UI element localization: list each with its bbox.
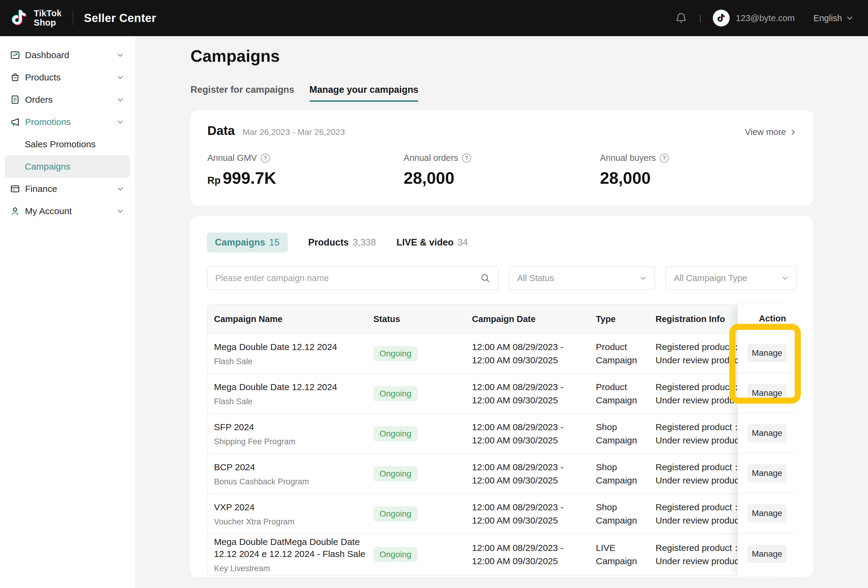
campaign-subtitle: Voucher Xtra Program	[214, 517, 367, 526]
tab-label: LIVE & video	[397, 237, 453, 248]
tab-manage-your-campaigns[interactable]: Manage your campaigns	[310, 84, 419, 102]
chevron-down-icon	[117, 119, 124, 125]
finance-icon	[10, 184, 20, 194]
currency-prefix: Rp	[207, 175, 221, 186]
language-label: English	[813, 13, 842, 23]
campaign-type: Product Campaign	[593, 340, 653, 367]
campaign-subtitle: Flash Sale	[214, 397, 367, 406]
campaign-type: Shop Campaign	[593, 420, 653, 447]
sidebar-item-sales-promotions[interactable]: Sales Promotions	[5, 133, 130, 155]
account-avatar[interactable]	[713, 10, 730, 27]
sidebar-item-label: My Account	[25, 206, 112, 216]
sidebar: Dashboard Products Orders	[0, 36, 135, 588]
my-account-person-icon	[10, 206, 20, 216]
campaign-name: Mega Double DatMega Double Date 12.12 20…	[214, 536, 367, 560]
metric-value: 28,000	[403, 168, 454, 188]
chevron-down-icon	[117, 186, 124, 192]
sidebar-item-finance[interactable]: Finance	[5, 178, 130, 200]
campaign-subtitle: Flash Sale	[214, 357, 367, 366]
manage-button[interactable]: Manage	[747, 545, 787, 563]
column-header-campaign-date: Campaign Date	[462, 314, 593, 324]
table-row: SFP 2024 Shipping Fee Program Ongoing 12…	[207, 413, 796, 453]
entity-tabs: Campaigns 15 Products 3,338 LIVE & video…	[207, 233, 797, 252]
metric-label: Annual orders	[403, 153, 458, 163]
action-column: Action Manage Manage Manage Manage Manag…	[738, 304, 797, 576]
page-title: Campaigns	[190, 46, 868, 66]
tab-live-video[interactable]: LIVE & video 34	[397, 237, 468, 248]
sidebar-item-dashboard[interactable]: Dashboard	[5, 44, 130, 66]
chevron-down-icon	[782, 275, 788, 281]
manage-button[interactable]: Manage	[747, 424, 787, 442]
campaign-type: LIVE Campaign	[593, 541, 653, 568]
sidebar-item-label: Dashboard	[25, 50, 112, 60]
metrics-row: Annual GMV ? Rp 999.7K Annual orders ? 2…	[207, 153, 796, 188]
avatar-note-icon	[717, 13, 726, 23]
campaign-date-end: 12:00 AM 09/30/2025	[472, 514, 593, 527]
campaign-date-end: 12:00 AM 09/30/2025	[472, 394, 593, 407]
status-badge: Ongoing	[373, 386, 418, 401]
manage-button[interactable]: Manage	[747, 344, 787, 362]
campaign-date-start: 12:00 AM 08/29/2023 -	[472, 461, 593, 474]
brand-line2: Shop	[34, 18, 62, 27]
tab-campaigns[interactable]: Campaigns 15	[207, 233, 288, 252]
manage-button[interactable]: Manage	[747, 504, 787, 522]
brand-wordmark: TikTok Shop	[34, 9, 62, 27]
search-icon[interactable]	[480, 273, 490, 283]
campaign-type: Shop Campaign	[593, 461, 653, 487]
table-header-row: Campaign Name Status Campaign Date Type …	[207, 305, 796, 333]
campaign-search-box	[207, 266, 499, 290]
metric-label: Annual buyers	[600, 153, 656, 163]
header-separator: |	[699, 13, 701, 23]
tiktok-note-icon	[11, 9, 28, 27]
campaign-name: SFP 2024	[214, 421, 367, 433]
header-divider	[72, 11, 73, 25]
tab-register-for-campaigns[interactable]: Register for campaigns	[190, 84, 294, 102]
campaign-type: Product Campaign	[593, 380, 653, 407]
tiktok-shop-logo[interactable]: TikTok Shop	[11, 9, 62, 27]
metric-annual-orders: Annual orders ? 28,000	[403, 153, 600, 188]
chevron-down-icon	[846, 15, 853, 21]
sidebar-item-promotions[interactable]: Promotions	[5, 111, 130, 133]
metric-value: 28,000	[600, 168, 651, 188]
campaign-name: BCP 2024	[214, 461, 367, 473]
campaign-name: Mega Double Date 12.12 2024	[214, 341, 367, 353]
help-question-icon[interactable]: ?	[462, 154, 471, 163]
sidebar-item-label: Sales Promotions	[25, 139, 96, 149]
campaign-type: Shop Campaign	[593, 501, 653, 527]
column-header-type: Type	[593, 314, 653, 324]
campaign-type-filter-select[interactable]: All Campaign Type	[666, 266, 797, 290]
data-date-range: Mar 26,2023 - Mar 26,2023	[243, 127, 345, 137]
manage-button[interactable]: Manage	[747, 464, 787, 482]
campaign-date-start: 12:00 AM 08/29/2023 -	[472, 420, 593, 434]
status-badge: Ongoing	[373, 506, 418, 522]
sidebar-item-campaigns[interactable]: Campaigns	[5, 155, 130, 178]
campaign-date-start: 12:00 AM 08/29/2023 -	[472, 380, 593, 394]
language-selector[interactable]: English	[813, 13, 853, 23]
status-filter-value: All Status	[517, 273, 554, 283]
campaign-date-end: 12:00 AM 09/30/2025	[472, 354, 593, 367]
tab-count: 15	[269, 237, 279, 248]
metric-annual-gmv: Annual GMV ? Rp 999.7K	[207, 153, 403, 188]
sidebar-item-products[interactable]: Products	[5, 66, 130, 88]
view-more-link[interactable]: View more	[745, 127, 796, 137]
filters-row: All Status All Campaign Type	[207, 266, 797, 290]
view-more-label: View more	[745, 127, 786, 137]
chevron-right-icon	[790, 129, 796, 136]
campaign-date-start: 12:00 AM 08/29/2023 -	[472, 501, 593, 514]
table-row: BCP 2024 Bonus Cashback Program Ongoing …	[207, 453, 796, 494]
status-filter-select[interactable]: All Status	[509, 266, 655, 290]
column-header-status: Status	[367, 314, 462, 324]
sidebar-item-my-account[interactable]: My Account	[5, 200, 130, 222]
help-question-icon[interactable]: ?	[660, 154, 669, 163]
sidebar-item-orders[interactable]: Orders	[5, 88, 130, 111]
dashboard-icon	[10, 50, 20, 60]
notifications-bell-icon[interactable]	[675, 12, 688, 25]
campaign-search-input[interactable]	[215, 273, 480, 283]
campaign-subtitle: Key Livestream	[214, 564, 367, 573]
manage-button[interactable]: Manage	[747, 384, 787, 402]
campaigns-table: Campaign Name Status Campaign Date Type …	[207, 304, 797, 576]
column-header-campaign-name: Campaign Name	[207, 314, 367, 324]
help-question-icon[interactable]: ?	[261, 154, 270, 163]
tab-products[interactable]: Products 3,338	[309, 237, 376, 248]
tab-count: 34	[458, 237, 468, 248]
